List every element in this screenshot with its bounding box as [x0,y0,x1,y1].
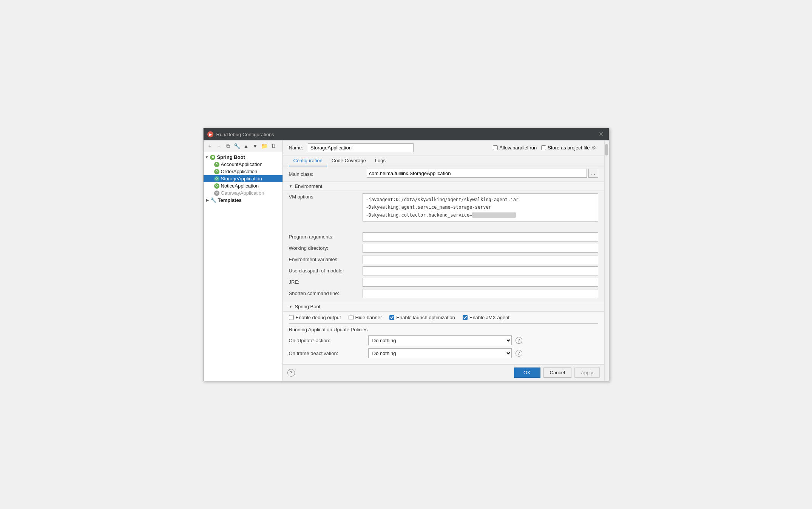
jmx-agent-label: Enable JMX agent [469,315,509,320]
tab-configuration[interactable]: Configuration [289,155,327,166]
wrench-button[interactable]: 🔧 [233,142,241,150]
main-class-value: ... [367,169,598,178]
springboot-arrow-icon[interactable]: ▼ [289,304,293,309]
classpath-value [363,266,598,275]
working-dir-value [363,244,598,253]
program-args-input[interactable] [363,232,598,241]
environment-arrow-icon[interactable]: ▼ [289,184,293,188]
shorten-cmd-input[interactable] [363,289,598,298]
sort-button[interactable]: ⇅ [269,142,278,150]
tree-item-account[interactable]: ✿ AccountApplication [204,161,283,168]
order-app-label: OrderApplication [221,169,258,174]
update-action-select[interactable]: Do nothing Update classes and resources … [368,335,512,345]
name-input[interactable] [308,143,414,152]
debug-output-checkbox[interactable] [289,315,294,320]
account-app-icon: ✿ [214,162,219,167]
tree-templates[interactable]: ▶ 🔧 Templates [204,197,283,204]
titlebar: ▶ Run/Debug Configurations ✕ [204,128,609,140]
move-down-button[interactable]: ▼ [251,142,259,150]
close-button[interactable]: ✕ [597,131,605,138]
shorten-cmd-row: Shorten command line: [289,289,598,299]
allow-parallel-checkbox[interactable] [493,145,498,150]
launch-opt-checkbox[interactable] [389,315,394,320]
update-policies: Running Application Update Policies On '… [289,323,598,358]
env-body: VM options: -javaagent:D:/data/skywalkin… [283,191,604,302]
templates-arrow-icon: ▶ [206,198,209,202]
environment-label: Environment [295,183,322,189]
tree-item-order[interactable]: ✿ OrderApplication [204,168,283,175]
add-config-button[interactable]: + [206,142,214,150]
folder-button[interactable]: 📁 [260,142,269,150]
cancel-button[interactable]: Cancel [543,368,571,378]
ok-button[interactable]: OK [514,368,540,378]
jmx-agent-checkbox[interactable] [463,315,468,320]
main-content: + − ⧉ 🔧 ▲ ▼ 📁 ⇅ ▼ ✿ Spring Boot ✿ [204,140,609,381]
springboot-checkboxes: Enable debug output Hide banner Enable l… [289,315,598,320]
run-debug-dialog: ▶ Run/Debug Configurations ✕ + − ⧉ 🔧 ▲ ▼… [203,128,609,381]
vm-options-label: VM options: [289,192,363,200]
springboot-group-label: Spring Boot [217,154,245,160]
tab-logs[interactable]: Logs [370,155,390,166]
tree-springboot-group[interactable]: ▼ ✿ Spring Boot [204,154,283,161]
vm-line-1: -javaagent:D:/data/skywalking/agent/skyw… [366,196,595,203]
program-args-label: Program arguments: [289,232,363,240]
main-class-browse-button[interactable]: ... [588,169,598,178]
program-args-row: Program arguments: [289,232,598,242]
remove-config-button[interactable]: − [215,142,223,150]
allow-parallel-group: Allow parallel run [493,145,537,151]
config-tree: ▼ ✿ Spring Boot ✿ AccountApplication ✿ O… [204,152,283,381]
gateway-app-icon: ✿ [214,191,219,196]
frame-deact-help-icon[interactable]: ? [516,350,522,357]
working-dir-input[interactable] [363,244,598,253]
vm-hidden-part [472,212,516,218]
tree-item-storage[interactable]: ✿ StorageApplication [204,175,283,182]
vm-options-popup[interactable]: -javaagent:D:/data/skywalking/agent/skyw… [363,193,598,221]
policies-title: Running Application Update Policies [289,327,598,332]
dialog-title: Run/Debug Configurations [216,132,594,137]
hide-banner-label: Hide banner [355,315,382,320]
copy-config-button[interactable]: ⧉ [224,142,232,150]
help-button[interactable]: ? [287,369,295,377]
config-body: Main class: ... ▼ Environment [283,166,604,364]
move-up-button[interactable]: ▲ [242,142,250,150]
classpath-label: Use classpath of module: [289,266,363,274]
shorten-cmd-label: Shorten command line: [289,289,363,296]
notice-app-label: NoticeApplication [221,183,259,189]
springboot-group-icon: ✿ [210,155,215,160]
frame-deact-select[interactable]: Do nothing Update classes and resources … [368,348,512,358]
working-dir-row: Working directory: [289,244,598,254]
vm-options-value: -javaagent:D:/data/skywalking/agent/skyw… [363,192,598,221]
tab-code-coverage[interactable]: Code Coverage [327,155,370,166]
classpath-input[interactable] [363,266,598,275]
store-project-gear-icon[interactable]: ⚙ [591,145,598,151]
main-class-input[interactable] [367,169,587,178]
vm-options-row: VM options: -javaagent:D:/data/skywalkin… [289,192,598,230]
env-vars-input[interactable] [363,255,598,264]
main-class-row: Main class: ... [283,166,604,180]
apply-button[interactable]: Apply [574,368,600,378]
allow-parallel-label: Allow parallel run [499,145,537,151]
update-action-help-icon[interactable]: ? [516,337,522,344]
store-project-label: Store as project file [548,145,590,151]
vm-line-2: -Dskywalking.agent.service_name=storage-… [366,203,595,211]
program-args-value [363,232,598,241]
expand-arrow-icon: ▼ [205,155,209,159]
update-action-row: On 'Update' action: Do nothing Update cl… [289,335,598,345]
sidebar-toolbar: + − ⧉ 🔧 ▲ ▼ 📁 ⇅ [204,140,283,152]
right-panel: Name: Allow parallel run Store as projec… [283,140,609,381]
debug-output-item: Enable debug output [289,315,341,320]
tree-item-gateway[interactable]: ✿ GatewayApplication [204,189,283,197]
frame-deact-label: On frame deactivation: [289,351,364,356]
jre-label: JRE: [289,278,363,285]
vertical-scrollbar[interactable] [604,140,609,381]
vm-line-3: -Dskywalking.collector.backend_service= [366,211,595,219]
store-project-checkbox[interactable] [541,145,546,150]
jre-input[interactable] [363,278,598,287]
launch-opt-label: Enable launch optimization [396,315,455,320]
hide-banner-checkbox[interactable] [349,315,354,320]
hide-banner-item: Hide banner [349,315,382,320]
main-right: Name: Allow parallel run Store as projec… [283,140,604,381]
notice-app-icon: ✿ [214,183,219,189]
tree-item-notice[interactable]: ✿ NoticeApplication [204,182,283,189]
spring-boot-body: Enable debug output Hide banner Enable l… [283,311,604,364]
